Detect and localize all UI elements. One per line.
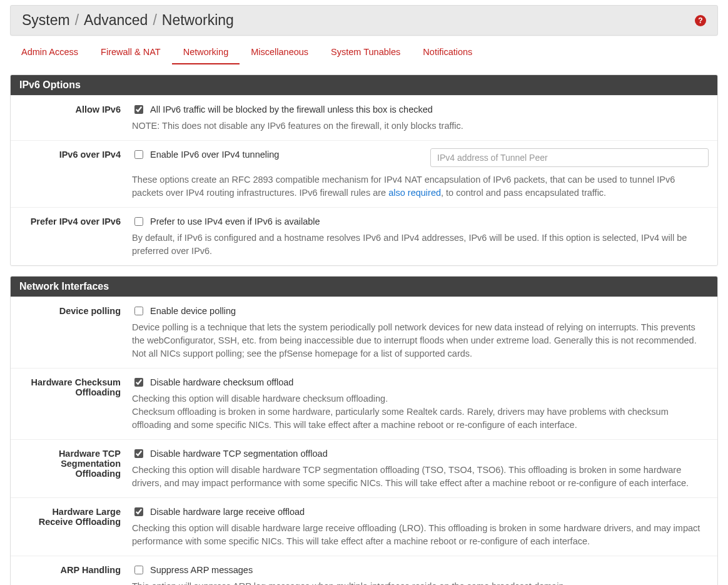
tab-networking[interactable]: Networking [172,41,240,64]
label-hw-checksum: Hardware Checksum Offloading [19,376,132,397]
checkbox-label: Suppress ARP messages [150,565,253,575]
panel-network-interfaces: Network Interfaces Device polling Enable… [10,276,718,585]
breadcrumb: System / Advanced / Networking [22,12,234,29]
help-icon[interactable]: ? [695,15,706,26]
checkbox-ipv6-over-ipv4[interactable] [134,150,143,159]
label-arp: ARP Handling [19,564,132,575]
row-allow-ipv6: Allow IPv6 All IPv6 traffic will be bloc… [11,95,717,140]
breadcrumb-advanced[interactable]: Advanced [84,12,148,29]
page-header: System / Advanced / Networking ? [10,5,718,36]
help-text-line: Checksum offloading is broken in some ha… [132,407,669,430]
help-text-b: , to control and pass encapsulated traff… [441,188,606,198]
checkbox-label: Disable hardware large receive offload [150,507,305,517]
checkbox-label: Prefer to use IPv4 even if IPv6 is avail… [150,216,320,226]
checkbox-allow-ipv6[interactable] [134,105,143,114]
panel-header: IPv6 Options [11,75,717,95]
row-hw-tso: Hardware TCP Segmentation Offloading Dis… [11,439,717,497]
row-hw-checksum: Hardware Checksum Offloading Disable har… [11,368,717,439]
help-text: Checking this option will disable hardwa… [132,464,709,490]
checkbox-label: Enable device polling [150,306,236,316]
tunnel-peer-input[interactable] [430,148,709,167]
label-hw-lro: Hardware Large Receive Offloading [19,506,132,527]
breadcrumb-networking: Networking [162,12,234,29]
row-arp: ARP Handling Suppress ARP messages This … [11,556,717,585]
tabs: Admin Access Firewall & NAT Networking M… [10,41,718,64]
label-ipv6-over-ipv4: IPv6 over IPv4 [19,148,132,160]
tab-system-tunables[interactable]: System Tunables [320,41,412,64]
checkbox-device-polling[interactable] [134,307,143,315]
tab-miscellaneous[interactable]: Miscellaneous [240,41,320,64]
checkbox-label: Disable hardware checksum offload [150,377,293,387]
checkbox-arp[interactable] [134,566,143,574]
checkbox-label: Disable hardware TCP segmentation offloa… [150,449,328,459]
checkbox-label: Enable IPv6 over IPv4 tunneling [150,150,279,160]
help-text: NOTE: This does not disable any IPv6 fea… [132,120,709,133]
breadcrumb-sep: / [153,12,156,29]
breadcrumb-sep: / [75,12,79,29]
label-hw-tso: Hardware TCP Segmentation Offloading [19,447,132,479]
help-text: By default, if IPv6 is configured and a … [132,231,709,258]
row-ipv6-over-ipv4: IPv6 over IPv4 Enable IPv6 over IPv4 tun… [11,140,717,207]
row-hw-lro: Hardware Large Receive Offloading Disabl… [11,497,717,556]
help-text: Device polling is a technique that lets … [132,321,709,360]
breadcrumb-system[interactable]: System [22,12,70,29]
also-required-link[interactable]: also required [388,188,441,198]
help-text: Checking this option will disable hardwa… [132,392,709,432]
help-text: Checking this option will disable hardwa… [132,522,709,548]
label-prefer-ipv4: Prefer IPv4 over IPv6 [19,215,132,226]
tab-admin-access[interactable]: Admin Access [10,41,89,64]
tab-firewall-nat[interactable]: Firewall & NAT [89,41,172,64]
tab-notifications[interactable]: Notifications [412,41,483,64]
help-text-line: Checking this option will disable hardwa… [132,394,388,404]
checkbox-hw-tso[interactable] [134,449,143,458]
label-allow-ipv6: Allow IPv6 [19,103,132,114]
checkbox-label: All IPv6 traffic will be blocked by the … [150,104,433,114]
checkbox-hw-lro[interactable] [134,507,143,516]
panel-header: Network Interfaces [11,277,717,297]
checkbox-hw-checksum[interactable] [134,378,143,387]
help-text: This option will suppress ARP log messag… [132,580,709,585]
row-device-polling: Device polling Enable device polling Dev… [11,297,717,368]
label-device-polling: Device polling [19,305,132,316]
help-text: These options create an RFC 2893 compati… [132,173,709,200]
row-prefer-ipv4: Prefer IPv4 over IPv6 Prefer to use IPv4… [11,207,717,265]
checkbox-prefer-ipv4[interactable] [134,217,143,226]
panel-ipv6-options: IPv6 Options Allow IPv6 All IPv6 traffic… [10,74,718,266]
